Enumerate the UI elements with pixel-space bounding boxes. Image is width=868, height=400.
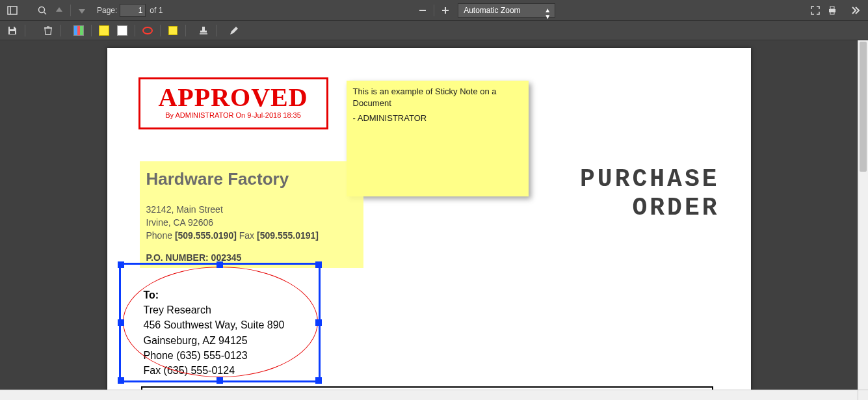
resize-handle-tr[interactable] — [315, 261, 322, 268]
next-page-button[interactable] — [73, 3, 90, 18]
stamp-tool-button[interactable] — [195, 23, 212, 38]
print-icon — [827, 5, 837, 16]
scrollbar-thumb[interactable] — [860, 42, 867, 172]
annotation-selection-box[interactable] — [119, 263, 321, 382]
separator — [135, 25, 135, 36]
resize-handle-bm[interactable] — [217, 377, 223, 384]
fax-label: Fax — [237, 230, 257, 241]
title-line-1: PURCHASE — [580, 165, 719, 194]
page-label: Page: — [97, 6, 117, 15]
company-info: Hardware Factory 32142, Main Street Irvi… — [146, 169, 319, 263]
resize-handle-ml[interactable] — [118, 319, 124, 326]
svg-rect-0 — [8, 7, 17, 14]
separator — [91, 25, 92, 36]
svg-point-2 — [39, 7, 45, 12]
sticky-note-annotation[interactable]: This is an example of Sticky Note on a D… — [347, 81, 529, 196]
save-annotations-button[interactable] — [4, 23, 21, 38]
separator — [70, 5, 71, 16]
svg-rect-11 — [10, 31, 15, 34]
highlight-tool-button[interactable] — [96, 23, 112, 38]
scrollbar-corner — [858, 390, 868, 400]
highlight-icon — [99, 25, 109, 36]
company-name: Hardware Factory — [146, 169, 319, 189]
separator — [434, 5, 434, 16]
svg-rect-15 — [200, 31, 207, 33]
chevron-updown-icon: ▲▼ — [544, 7, 551, 20]
arrow-up-icon — [54, 5, 64, 16]
search-button[interactable] — [34, 3, 51, 18]
pdf-page[interactable]: APPROVED By ADMINISTRATOR On 9-Jul-2018 … — [107, 48, 751, 400]
stamp-title: APPROVED — [140, 82, 326, 113]
tools-menu-button[interactable] — [847, 3, 864, 18]
title-line-2: ORDER — [580, 194, 719, 222]
chevron-double-right-icon — [850, 5, 861, 16]
company-street: 32142, Main Street — [146, 204, 319, 217]
zoom-select-label: Automatic Zoom — [464, 6, 520, 15]
vertical-scrollbar[interactable] — [858, 40, 868, 390]
resize-handle-tm[interactable] — [217, 261, 223, 268]
sticky-note-author: - ADMINISTRATOR — [353, 113, 522, 124]
zoom-in-button[interactable] — [437, 3, 454, 18]
resize-handle-bl[interactable] — [118, 377, 124, 384]
ellipse-tool-button[interactable] — [139, 23, 156, 38]
ellipse-icon — [142, 27, 153, 34]
sidebar-toggle-button[interactable] — [4, 3, 21, 18]
separator — [216, 25, 217, 36]
separator — [160, 25, 161, 36]
presentation-button[interactable] — [807, 3, 824, 18]
fax-value: [509.555.0191] — [257, 230, 319, 241]
resize-handle-mr[interactable] — [315, 319, 322, 326]
svg-rect-8 — [830, 7, 834, 9]
resize-handle-tl[interactable] — [118, 261, 124, 268]
sticky-note-text: This is an example of Sticky Note on a D… — [353, 86, 522, 109]
page-number-input[interactable] — [120, 4, 146, 17]
pdf-annotation-toolbar — [0, 21, 868, 40]
svg-rect-14 — [202, 27, 205, 31]
sidebar-icon — [7, 5, 18, 16]
sticky-note-icon — [168, 26, 178, 35]
fullscreen-icon — [810, 5, 821, 16]
rectangle-icon — [117, 25, 127, 36]
save-icon — [7, 25, 18, 36]
document-title: PURCHASE ORDER — [580, 165, 719, 222]
prev-page-button[interactable] — [51, 3, 68, 18]
stamp-subtitle: By ADMINISTRATOR On 9-Jul-2018 18:35 — [140, 111, 326, 119]
search-icon — [37, 5, 47, 16]
phone-label: Phone — [146, 230, 175, 241]
svg-line-3 — [44, 12, 46, 14]
phone-value: [509.555.0190] — [175, 230, 237, 241]
company-city: Irvine, CA 92606 — [146, 217, 319, 230]
color-picker-button[interactable] — [70, 23, 87, 38]
pdf-viewer[interactable]: APPROVED By ADMINISTRATOR On 9-Jul-2018 … — [0, 40, 858, 400]
po-label: P.O. NUMBER: — [146, 252, 211, 263]
pencil-icon — [229, 25, 239, 36]
pdf-main-toolbar: Page: of 1 Automatic Zoom ▲▼ — [0, 0, 868, 21]
print-button[interactable] — [824, 3, 841, 18]
resize-handle-br[interactable] — [315, 377, 322, 384]
separator — [60, 25, 61, 36]
svg-rect-10 — [10, 27, 14, 29]
separator — [185, 25, 186, 36]
page-total-label: of 1 — [150, 6, 163, 15]
delete-annotation-button[interactable] — [40, 23, 57, 38]
stamp-icon — [198, 25, 209, 36]
draw-tool-button[interactable] — [226, 23, 243, 38]
minus-icon — [417, 5, 428, 16]
horizontal-scrollbar[interactable] — [0, 390, 858, 400]
zoom-select[interactable]: Automatic Zoom ▲▼ — [458, 3, 555, 18]
arrow-down-icon — [77, 5, 87, 16]
area-select-tool-button[interactable] — [114, 23, 131, 38]
approved-stamp-annotation[interactable]: APPROVED By ADMINISTRATOR On 9-Jul-2018 … — [138, 77, 328, 129]
trash-icon — [43, 25, 53, 36]
sticky-note-tool-button[interactable] — [164, 23, 181, 38]
zoom-out-button[interactable] — [414, 3, 431, 18]
separator — [25, 25, 25, 36]
plus-icon — [440, 5, 451, 16]
color-palette-icon — [73, 25, 84, 36]
